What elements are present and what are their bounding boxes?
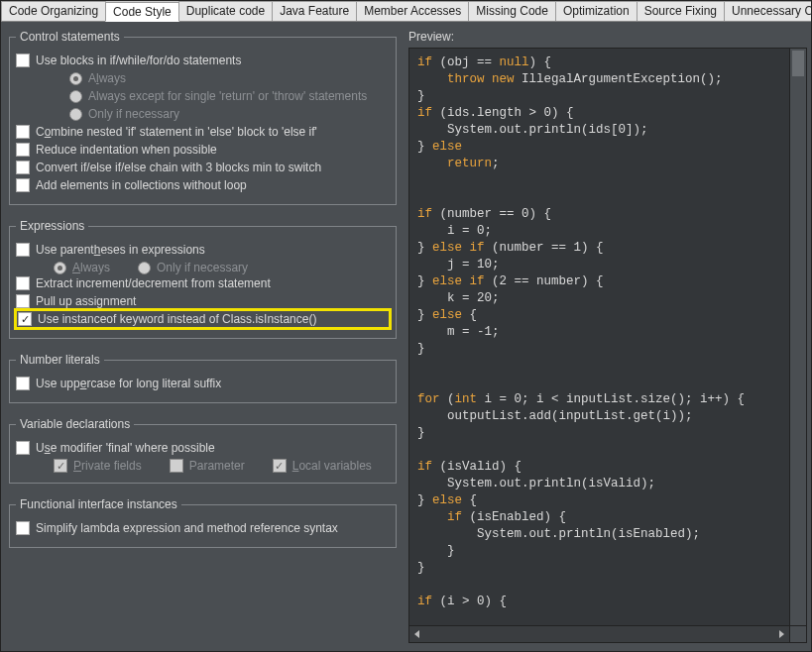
horizontal-scrollbar[interactable] xyxy=(409,625,789,642)
radio-icon xyxy=(54,262,66,274)
opt-reduce-indent[interactable]: Reduce indentation when possible xyxy=(16,141,390,159)
opt-label: Use modifier 'final' where possible xyxy=(36,441,215,455)
opt-label: Private fields xyxy=(73,459,142,473)
tab-code-organizing[interactable]: Code Organizing xyxy=(1,1,106,21)
tab-source-fixing[interactable]: Source Fixing xyxy=(637,1,725,21)
tab-unnecessary-code[interactable]: Unnecessary Code xyxy=(724,1,812,21)
options-panel: Control statements Use blocks in if/whil… xyxy=(1,22,405,651)
checkbox-icon[interactable] xyxy=(18,312,32,326)
group-number-literals: Number literals Use uppercase for long l… xyxy=(9,353,397,403)
opt-label: Always xyxy=(72,261,110,274)
opt-always: Always xyxy=(16,69,390,87)
opt-combine-nested[interactable]: Combine nested 'if' statement in 'else' … xyxy=(16,123,390,141)
checkbox-icon xyxy=(54,459,67,473)
opt-local-variables: Local variables xyxy=(273,459,372,473)
group-functional-interface: Functional interface instances Simplify … xyxy=(9,497,397,548)
opt-label: Add elements in collections without loop xyxy=(36,178,247,192)
opt-extract-increment[interactable]: Extract increment/decrement from stateme… xyxy=(16,274,390,292)
opt-label: Only if necessary xyxy=(88,107,179,121)
preview-panel: Preview: if (obj == null) { throw new Il… xyxy=(405,22,811,651)
opt-label: Extract increment/decrement from stateme… xyxy=(36,276,271,290)
legend-variable: Variable declarations xyxy=(16,417,134,431)
checkbox-icon[interactable] xyxy=(16,377,30,390)
opt-add-elements[interactable]: Add elements in collections without loop xyxy=(16,176,390,194)
opt-label: Reduce indentation when possible xyxy=(36,143,217,157)
opt-label: Pull up assignment xyxy=(36,294,136,308)
legend-control: Control statements xyxy=(16,30,124,44)
opt-use-blocks[interactable]: Use blocks in if/while/for/do statements xyxy=(16,52,390,69)
opt-label: Only if necessary xyxy=(157,261,248,274)
legend-number: Number literals xyxy=(16,353,104,367)
group-control-statements: Control statements Use blocks in if/whil… xyxy=(9,30,397,205)
code-preview: if (obj == null) { throw new IllegalArgu… xyxy=(408,48,807,643)
scroll-left-icon[interactable] xyxy=(414,630,419,638)
opt-label: Convert if/else if/else chain with 3 blo… xyxy=(36,161,321,174)
checkbox-icon[interactable] xyxy=(16,143,30,157)
legend-func: Functional interface instances xyxy=(16,497,181,511)
tab-missing-code[interactable]: Missing Code xyxy=(468,1,556,21)
checkbox-icon[interactable] xyxy=(16,276,30,290)
checkbox-icon[interactable] xyxy=(16,294,30,308)
opt-label: Local variables xyxy=(292,459,372,473)
opt-uppercase-long[interactable]: Use uppercase for long literal suffix xyxy=(16,375,390,392)
radio-icon xyxy=(138,262,151,274)
opt-label: Always xyxy=(88,71,126,85)
checkbox-icon xyxy=(273,459,287,473)
checkbox-icon[interactable] xyxy=(16,125,30,139)
opt-label: Use parentheses in expressions xyxy=(36,243,205,257)
scrollbar-thumb[interactable] xyxy=(792,51,804,76)
checkbox-icon xyxy=(170,459,183,473)
scroll-right-icon[interactable] xyxy=(779,630,784,638)
checkbox-icon[interactable] xyxy=(16,161,30,174)
checkbox-icon[interactable] xyxy=(16,521,30,535)
tab-code-style[interactable]: Code Style xyxy=(105,2,179,22)
tab-member-accesses[interactable]: Member Accesses xyxy=(356,1,469,21)
radio-icon xyxy=(69,72,82,85)
opt-pull-up[interactable]: Pull up assignment xyxy=(16,292,390,310)
tab-duplicate-code[interactable]: Duplicate code xyxy=(178,1,273,21)
group-variable-declarations: Variable declarations Use modifier 'fina… xyxy=(9,417,397,484)
checkbox-icon[interactable] xyxy=(16,441,30,455)
preview-label: Preview: xyxy=(408,30,807,44)
opt-private-fields: Private fields xyxy=(54,459,142,473)
content-area: Control statements Use blocks in if/whil… xyxy=(1,22,811,651)
code-text: if (obj == null) { throw new IllegalArgu… xyxy=(409,49,806,610)
opt-paren-always: Always xyxy=(54,261,110,274)
opt-paren-only-if: Only if necessary xyxy=(138,261,248,274)
radio-icon xyxy=(69,90,82,103)
vertical-scrollbar[interactable] xyxy=(789,49,806,625)
checkbox-icon[interactable] xyxy=(16,54,30,67)
opt-label: Parameter xyxy=(189,459,245,473)
checkbox-icon[interactable] xyxy=(16,243,30,257)
tab-optimization[interactable]: Optimization xyxy=(555,1,638,21)
opt-use-final[interactable]: Use modifier 'final' where possible xyxy=(16,439,390,457)
opt-use-parentheses[interactable]: Use parentheses in expressions xyxy=(16,241,390,259)
opt-label: Use instanceof keyword instead of Class.… xyxy=(38,312,316,326)
tab-bar: Code OrganizingCode StyleDuplicate codeJ… xyxy=(1,1,811,22)
scrollbar-corner xyxy=(789,625,806,642)
opt-simplify-lambda[interactable]: Simplify lambda expression and method re… xyxy=(16,519,390,537)
tab-java-feature[interactable]: Java Feature xyxy=(272,1,357,21)
checkbox-icon[interactable] xyxy=(16,178,30,192)
opt-label: Use blocks in if/while/for/do statements xyxy=(36,54,241,67)
opt-only-if-necessary: Only if necessary xyxy=(16,105,390,123)
group-expressions: Expressions Use parentheses in expressio… xyxy=(9,219,397,339)
opt-parameter: Parameter xyxy=(170,459,245,473)
radio-icon xyxy=(69,108,82,121)
opt-instanceof[interactable]: Use instanceof keyword instead of Class.… xyxy=(16,310,390,328)
opt-label: Always except for single 'return' or 'th… xyxy=(88,89,367,103)
opt-always-except: Always except for single 'return' or 'th… xyxy=(16,87,390,105)
legend-expressions: Expressions xyxy=(16,219,88,233)
opt-label: Combine nested 'if' statement in 'else' … xyxy=(36,125,317,139)
opt-label: Use uppercase for long literal suffix xyxy=(36,377,221,390)
opt-convert-chain[interactable]: Convert if/else if/else chain with 3 blo… xyxy=(16,159,390,176)
opt-label: Simplify lambda expression and method re… xyxy=(36,521,338,535)
